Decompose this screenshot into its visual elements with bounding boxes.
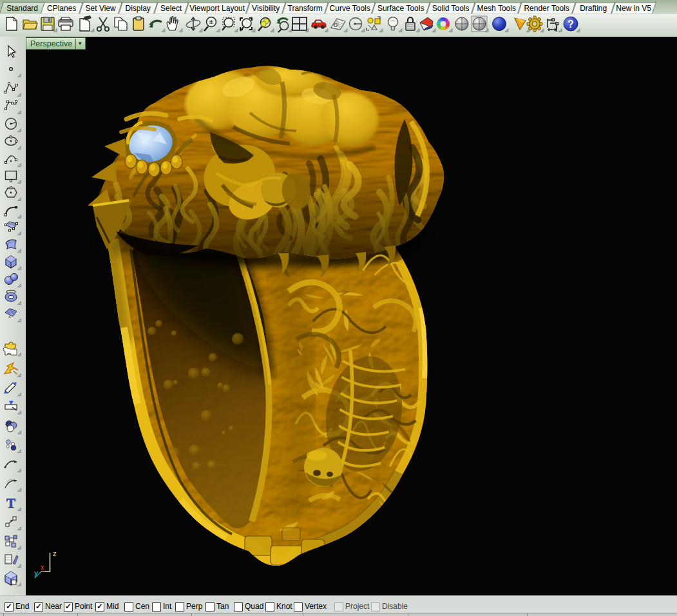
svg-text:z: z xyxy=(53,550,57,557)
svg-text:T: T xyxy=(6,496,15,511)
svg-text:y: y xyxy=(34,569,39,577)
svg-text:?: ? xyxy=(567,19,574,30)
svg-text:x: x xyxy=(41,564,44,571)
